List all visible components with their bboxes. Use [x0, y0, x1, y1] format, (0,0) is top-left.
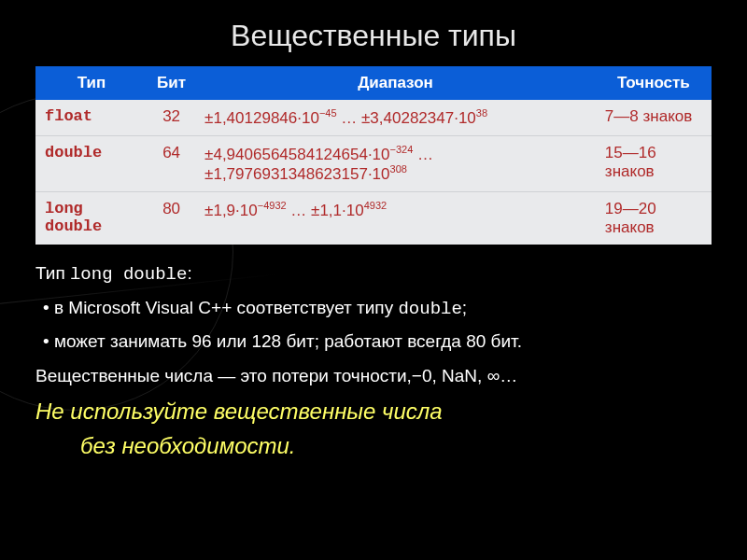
- col-range: Диапазон: [195, 66, 596, 100]
- table-row: double64±4,9406564584124654·10−324 … ±1,…: [35, 135, 712, 191]
- note-loss: Вещественные числа — это потери точности…: [35, 362, 712, 389]
- types-table: Тип Бит Диапазон Точность float32±1,4012…: [35, 66, 712, 245]
- cell-type: float: [35, 100, 148, 135]
- table-row: float32±1,40129846·10−45 … ±3,40282347·1…: [35, 100, 712, 135]
- cell-bits: 64: [148, 135, 195, 191]
- cell-type: double: [35, 135, 148, 191]
- cell-range: ±4,9406564584124654·10−324 … ±1,79769313…: [195, 135, 596, 191]
- emphasis: Не используйте вещественные числа без не…: [35, 394, 712, 463]
- cell-bits: 80: [148, 191, 195, 245]
- note-long-double: Тип long double:: [35, 259, 712, 288]
- table-row: long double80±1,9·10−4932 … ±1,1·1049321…: [35, 191, 712, 245]
- cell-range: ±1,40129846·10−45 … ±3,40282347·1038: [195, 100, 596, 135]
- cell-precision: 19—20 знаков: [596, 191, 712, 245]
- slide-title: Вещественные типы: [35, 19, 712, 53]
- col-precision: Точность: [596, 66, 712, 100]
- cell-precision: 7—8 знаков: [596, 100, 712, 135]
- cell-type: long double: [35, 191, 148, 245]
- bullet-2: может занимать 96 или 128 бит; работают …: [43, 328, 712, 355]
- col-type: Тип: [35, 66, 148, 100]
- cell-bits: 32: [148, 100, 195, 135]
- cell-precision: 15—16 знаков: [596, 135, 712, 191]
- col-bits: Бит: [148, 66, 195, 100]
- cell-range: ±1,9·10−4932 … ±1,1·104932: [195, 191, 596, 245]
- bullet-1: в Microsoft Visual C++ соответствует тип…: [43, 294, 712, 323]
